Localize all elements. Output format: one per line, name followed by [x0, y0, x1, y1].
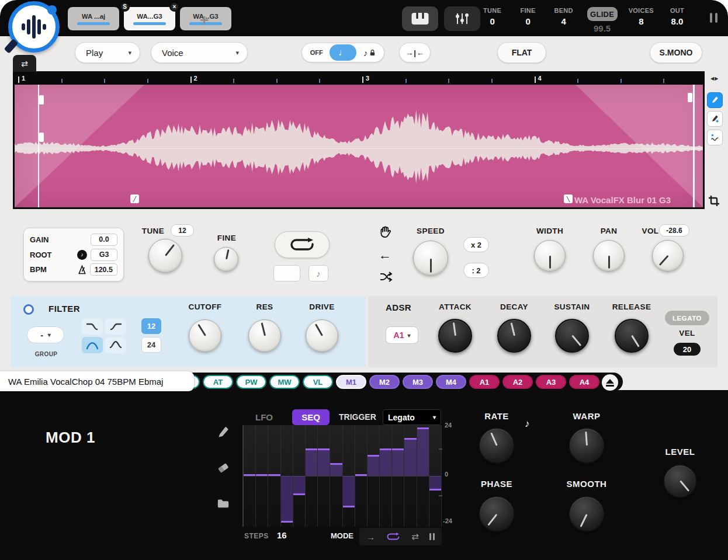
seq-preset-button[interactable]: [217, 498, 230, 511]
mixer-view-button[interactable]: [444, 6, 480, 31]
readout-glide[interactable]: GLIDE99.5: [587, 7, 618, 33]
attack-knob[interactable]: [438, 319, 472, 353]
mod-pill-vl[interactable]: VL: [303, 375, 333, 389]
mod-pill-at[interactable]: AT: [203, 375, 233, 389]
seq-step-7[interactable]: [318, 425, 330, 527]
fade-in-handle[interactable]: ╱: [130, 194, 139, 203]
release-mode-chip[interactable]: [273, 265, 300, 281]
fine-knob[interactable]: [214, 247, 238, 272]
sustain-knob[interactable]: [555, 319, 589, 353]
envelope-select-dropdown[interactable]: A1 ▾: [386, 326, 418, 344]
pan-knob[interactable]: [593, 240, 625, 272]
shuffle-button[interactable]: [379, 270, 393, 286]
tab-seq[interactable]: SEQ: [292, 409, 330, 425]
mod-pill-a3[interactable]: A3: [536, 375, 566, 389]
snap-center-button[interactable]: →|←: [399, 43, 431, 62]
speed-double-button[interactable]: x 2: [463, 237, 489, 252]
seq-step-6[interactable]: [306, 425, 318, 527]
decay-knob[interactable]: [497, 319, 531, 353]
steps-value[interactable]: 16: [277, 530, 287, 540]
speed-knob[interactable]: [413, 241, 448, 276]
start-marker-handle[interactable]: [39, 133, 44, 142]
mod-pill-a1[interactable]: A1: [469, 375, 500, 389]
tune-knob[interactable]: [148, 239, 182, 273]
filter-shape-lowpass[interactable]: [82, 318, 103, 335]
seq-step-15[interactable]: [417, 425, 429, 527]
crop-button[interactable]: [708, 195, 720, 209]
loop-mode-tab[interactable]: ⇄: [13, 55, 36, 72]
seq-step-13[interactable]: [392, 425, 404, 527]
filter-group-dropdown[interactable]: - ▾: [27, 326, 64, 343]
seq-step-16[interactable]: [429, 425, 442, 527]
seq-step-5[interactable]: [293, 425, 306, 527]
filter-enable-toggle[interactable]: [23, 304, 34, 315]
seq-step-3[interactable]: [268, 425, 280, 527]
note-length-chip[interactable]: ♪: [308, 265, 328, 281]
gain-value[interactable]: 0.0: [91, 234, 117, 246]
mod-pill-a4[interactable]: A4: [569, 375, 599, 389]
root-value[interactable]: G3: [91, 249, 117, 261]
readout-voices[interactable]: VOICES8: [629, 7, 654, 33]
warp-knob[interactable]: [568, 427, 605, 464]
solo-badge[interactable]: S: [120, 2, 130, 12]
reverse-button[interactable]: ←: [379, 248, 391, 263]
filter-slope-12[interactable]: 12: [141, 318, 161, 334]
readout-tune[interactable]: TUNE0: [480, 7, 505, 33]
mod-pill-a2[interactable]: A2: [502, 375, 533, 389]
vel-value[interactable]: 20: [674, 343, 701, 356]
level-knob[interactable]: [663, 464, 697, 498]
hand-play-button[interactable]: [379, 225, 393, 241]
seq-step-11[interactable]: [368, 425, 380, 527]
flat-button[interactable]: FLAT: [497, 42, 546, 63]
fade-out-handle[interactable]: ╲: [564, 194, 573, 203]
curve-tool-button[interactable]: [707, 130, 723, 145]
start-marker-handle[interactable]: [39, 95, 44, 105]
seq-editor[interactable]: [242, 425, 442, 527]
keyboard-view-button[interactable]: [402, 6, 438, 31]
mod-pill-m2[interactable]: M2: [369, 375, 400, 389]
readout-bend[interactable]: BEND4: [552, 7, 576, 33]
mod-pill-mw[interactable]: MW: [269, 375, 300, 389]
collapse-panel-button[interactable]: [602, 374, 618, 391]
seq-step-8[interactable]: [330, 425, 342, 527]
draw-tool-button[interactable]: [707, 92, 723, 108]
mod-pill-m4[interactable]: M4: [436, 375, 466, 389]
rate-knob[interactable]: [479, 427, 515, 464]
mono-button[interactable]: S.MONO: [650, 42, 702, 63]
seq-step-2[interactable]: [256, 425, 268, 527]
res-knob[interactable]: [248, 319, 281, 352]
vol-value[interactable]: -28.6: [659, 224, 689, 236]
app-logo[interactable]: [8, 1, 60, 53]
seq-draw-button[interactable]: [217, 426, 230, 441]
mode-pingpong-button[interactable]: ⇄: [408, 531, 422, 542]
tab-lfo[interactable]: LFO: [255, 412, 273, 422]
drive-knob[interactable]: [306, 319, 338, 352]
legato-button[interactable]: LEGATO: [665, 311, 709, 325]
seq-step-12[interactable]: [380, 425, 392, 527]
sync-note-lock-button[interactable]: ♪: [356, 44, 383, 61]
seq-step-10[interactable]: [355, 425, 368, 527]
filter-shape-highpass[interactable]: [105, 318, 126, 335]
sample-tab[interactable]: WA ...aj: [68, 7, 119, 30]
edit-tool-button[interactable]: [707, 111, 723, 127]
sync-off-button[interactable]: OFF: [303, 44, 330, 61]
release-knob[interactable]: [615, 319, 649, 353]
seq-step-9[interactable]: [343, 425, 355, 527]
bpm-value[interactable]: 120.5: [90, 263, 117, 276]
end-marker-handle[interactable]: [688, 93, 692, 102]
seq-step-1[interactable]: [244, 425, 256, 527]
seq-erase-button[interactable]: [217, 461, 230, 476]
speed-half-button[interactable]: : 2: [463, 263, 489, 278]
seq-step-14[interactable]: [404, 425, 417, 527]
width-knob[interactable]: [534, 240, 566, 272]
readout-out[interactable]: OUT8.0: [665, 7, 689, 33]
mode-hold-button[interactable]: [426, 533, 438, 541]
readout-fine[interactable]: FINE0: [516, 7, 540, 33]
filter-shape-peak[interactable]: [105, 337, 126, 353]
close-tab-button[interactable]: ×: [169, 2, 179, 12]
mod-pill-pw[interactable]: PW: [236, 375, 266, 389]
expand-handles-icon[interactable]: ◀▶: [710, 76, 719, 81]
cutoff-knob[interactable]: [189, 319, 221, 352]
sync-note-button[interactable]: ♩: [330, 44, 356, 61]
mod-pill-m3[interactable]: M3: [403, 375, 433, 389]
